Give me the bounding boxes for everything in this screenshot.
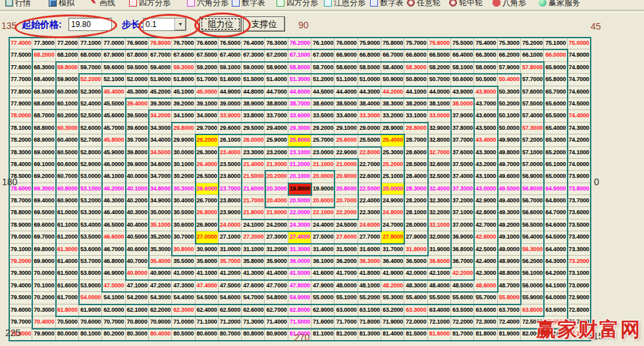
grid-cell[interactable]: 45.7000 — [102, 123, 125, 134]
grid-cell[interactable]: 21.7000 — [242, 195, 265, 207]
grid-cell[interactable]: 20.3000 — [265, 183, 288, 195]
grid-cell[interactable]: 61.8000 — [56, 304, 79, 316]
grid-cell[interactable]: 56.3000 — [521, 244, 544, 256]
grid-cell[interactable]: 35.2000 — [149, 231, 172, 243]
grid-cell[interactable]: 61.3000 — [56, 244, 79, 256]
grid-cell[interactable]: 37.9000 — [451, 110, 474, 122]
grid-cell[interactable]: 45.4000 — [102, 86, 125, 98]
grid-cell[interactable]: 22.0000 — [288, 207, 311, 219]
grid-cell[interactable]: 58.1000 — [451, 62, 474, 74]
grid-cell[interactable]: 42.5000 — [474, 244, 497, 256]
grid-cell[interactable]: 33.3000 — [358, 110, 381, 122]
grid-cell[interactable]: 46.6000 — [102, 231, 125, 243]
grid-cell[interactable]: 26.8000 — [196, 207, 219, 219]
grid-cell[interactable]: 39.3000 — [149, 98, 172, 110]
grid-cell[interactable]: 78.2000 — [9, 134, 32, 146]
grid-cell[interactable]: 27.0000 — [196, 231, 219, 243]
grid-cell[interactable]: 27.6000 — [335, 231, 358, 243]
grid-cell[interactable]: 43.2000 — [474, 159, 497, 171]
grid-cell[interactable]: 81.7000 — [451, 328, 474, 340]
grid-cell[interactable]: 47.2000 — [149, 280, 172, 292]
grid-cell[interactable]: 60.0000 — [56, 86, 79, 98]
grid-cell[interactable]: 42.2000 — [451, 268, 474, 279]
grid-cell[interactable]: 60.2000 — [56, 110, 79, 122]
grid-cell[interactable]: 68.0000 — [79, 49, 102, 61]
grid-cell[interactable]: 52.4000 — [79, 98, 102, 110]
grid-cell[interactable]: 57.5000 — [521, 98, 544, 110]
grid-cell[interactable]: 55.9000 — [521, 292, 544, 304]
grid-cell[interactable]: 67.6000 — [172, 49, 195, 61]
grid-cell[interactable]: 25.9000 — [265, 134, 288, 146]
grid-cell[interactable]: 27.1000 — [219, 231, 242, 243]
grid-cell[interactable]: 37.6000 — [451, 147, 474, 159]
grid-cell[interactable]: 59.8000 — [56, 62, 79, 74]
grid-cell[interactable]: 24.6000 — [358, 219, 381, 231]
grid-cell[interactable]: 50.8000 — [404, 74, 427, 86]
grid-cell[interactable]: 40.0000 — [126, 171, 149, 183]
grid-cell[interactable]: 34.5000 — [149, 147, 172, 159]
grid-cell[interactable]: 45.8000 — [102, 134, 125, 146]
grid-cell[interactable]: 74.9000 — [568, 49, 591, 61]
grid-cell[interactable]: 53.0000 — [79, 171, 102, 183]
grid-cell[interactable]: 41.4000 — [265, 268, 288, 279]
grid-cell[interactable]: 71.8000 — [358, 316, 381, 328]
grid-cell[interactable]: 64.2000 — [544, 268, 567, 279]
grid-cell[interactable]: 42.4000 — [474, 256, 497, 268]
grid-cell[interactable]: 39.4000 — [126, 98, 149, 110]
grid-cell[interactable]: 50.5000 — [474, 74, 497, 86]
grid-cell[interactable]: 59.9000 — [56, 74, 79, 86]
grid-cell[interactable]: 51.6000 — [219, 74, 242, 86]
grid-cell[interactable]: 37.2000 — [451, 195, 474, 207]
grid-cell[interactable]: 74.3000 — [568, 123, 591, 134]
grid-cell[interactable]: 64.8000 — [544, 195, 567, 207]
grid-cell[interactable]: 40.7000 — [126, 256, 149, 268]
grid-cell[interactable]: 76.8000 — [149, 38, 172, 49]
grid-cell[interactable]: 38.2000 — [404, 98, 427, 110]
grid-cell[interactable]: 67.7000 — [149, 49, 172, 61]
start-price-input[interactable] — [68, 18, 112, 31]
grid-cell[interactable]: 44.8000 — [242, 86, 265, 98]
grid-cell[interactable]: 26.2000 — [196, 134, 219, 146]
chevron-down-icon[interactable]: ▼ — [174, 18, 186, 30]
grid-cell[interactable]: 42.3000 — [474, 268, 497, 279]
grid-cell[interactable]: 61.2000 — [56, 231, 79, 243]
grid-cell[interactable]: 52.8000 — [79, 147, 102, 159]
grid-cell[interactable]: 61.6000 — [56, 280, 79, 292]
grid-cell[interactable]: 47.9000 — [311, 280, 335, 292]
grid-cell[interactable]: 72.1000 — [428, 316, 451, 328]
grid-cell[interactable]: 62.3000 — [172, 304, 195, 316]
grid-cell[interactable]: 55.8000 — [498, 292, 521, 304]
grid-cell[interactable]: 44.0000 — [428, 86, 451, 98]
grid-cell[interactable]: 20.2000 — [265, 171, 288, 183]
grid-cell[interactable]: 38.8000 — [265, 98, 288, 110]
grid-cell[interactable]: 71.3000 — [242, 316, 265, 328]
grid-cell[interactable]: 76.1000 — [311, 38, 335, 49]
grid-cell[interactable]: 71.5000 — [288, 316, 311, 328]
grid-cell[interactable]: 25.4000 — [381, 134, 404, 146]
grid-cell[interactable]: 24.0000 — [219, 219, 242, 231]
grid-cell[interactable]: 47.3000 — [172, 280, 195, 292]
grid-cell[interactable]: 24.7000 — [381, 219, 404, 231]
grid-cell[interactable]: 30.2000 — [172, 171, 195, 183]
grid-cell[interactable]: 79.3000 — [9, 268, 32, 279]
grid-cell[interactable]: 61.0000 — [56, 207, 79, 219]
grid-cell[interactable]: 29.1000 — [335, 123, 358, 134]
grid-cell[interactable]: 49.0000 — [498, 244, 521, 256]
grid-cell[interactable]: 65.2000 — [544, 147, 567, 159]
grid-cell[interactable]: 81.5000 — [404, 328, 427, 340]
grid-cell[interactable]: 56.0000 — [521, 280, 544, 292]
grid-cell[interactable]: 40.4000 — [126, 219, 149, 231]
grid-cell[interactable]: 76.7000 — [172, 38, 195, 49]
grid-cell[interactable]: 75.0000 — [568, 38, 591, 49]
grid-cell[interactable]: 54.7000 — [242, 292, 265, 304]
grid-cell[interactable]: 36.2000 — [335, 256, 358, 268]
grid-cell[interactable]: 76.4000 — [242, 38, 265, 49]
grid-cell[interactable]: 76.9000 — [126, 38, 149, 49]
grid-cell[interactable]: 48.0000 — [335, 280, 358, 292]
grid-cell[interactable]: 72.2000 — [451, 316, 474, 328]
grid-cell[interactable]: 80.3000 — [126, 328, 149, 340]
grid-cell[interactable]: 21.9000 — [265, 207, 288, 219]
grid-cell[interactable]: 63.9000 — [544, 304, 567, 316]
grid-cell[interactable]: 69.1000 — [32, 159, 55, 171]
grid-cell[interactable]: 32.4000 — [428, 183, 451, 195]
